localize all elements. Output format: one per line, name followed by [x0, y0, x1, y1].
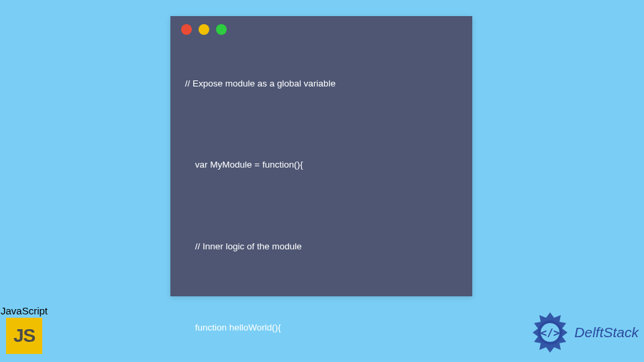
code-line	[182, 117, 460, 131]
maximize-icon	[216, 24, 227, 35]
javascript-badge: JavaScript JS	[1, 305, 48, 354]
javascript-label: JavaScript	[1, 305, 48, 316]
javascript-logo-icon: JS	[6, 318, 42, 354]
code-line: var MyModule = function(){	[182, 158, 460, 172]
svg-text:</>: </>	[541, 326, 560, 339]
code-line: // Inner logic of the module	[182, 240, 460, 253]
code-line: // Expose module as a global variable	[182, 77, 460, 90]
code-content: // Expose module as a global variable va…	[170, 43, 472, 362]
delftstack-text: DelftStack	[574, 324, 639, 341]
code-line	[182, 199, 460, 213]
minimize-icon	[199, 24, 209, 35]
close-icon	[181, 24, 192, 35]
code-line	[182, 280, 460, 294]
window-title-bar	[170, 16, 472, 43]
delftstack-logo: </> DelftStack	[529, 311, 639, 354]
javascript-logo-text: JS	[13, 325, 35, 347]
code-window: // Expose module as a global variable va…	[170, 16, 472, 296]
code-line: function helloWorld(){	[182, 321, 460, 335]
delftstack-icon: </>	[529, 311, 572, 354]
